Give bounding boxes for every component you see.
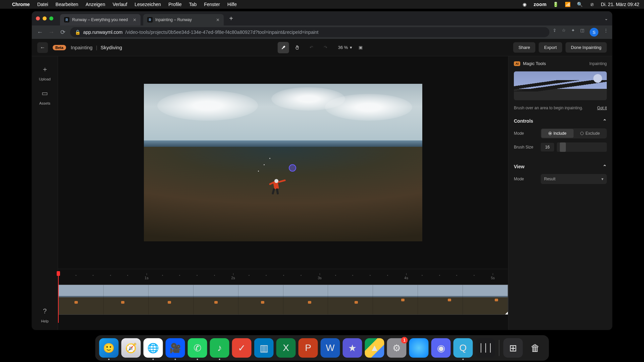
nav-forward-button[interactable]: → [47,29,55,36]
app-back-button[interactable]: ← [37,42,48,53]
tab-close-icon[interactable]: ✕ [216,17,220,22]
done-inpainting-button[interactable]: Done Inpainting [566,42,607,53]
view-mode-select[interactable]: Result ▾ [541,174,607,184]
sidebar-upload[interactable]: ＋ Upload [39,63,51,81]
undo-button[interactable]: ↶ [306,42,317,53]
timeline-thumb[interactable] [463,285,508,314]
nav-back-button[interactable]: ← [36,29,44,36]
video-frame[interactable] [144,84,422,241]
extensions-icon[interactable]: ✦ [571,28,575,37]
menubar-clock[interactable]: Di. 21. März 09:42 [601,2,639,7]
share-button[interactable]: Share [513,42,536,53]
dock-app-voice-memos[interactable]: ⏐⏐⏐ [476,338,495,358]
nav-reload-button[interactable]: ⟳ [59,28,67,36]
canvas-viewport[interactable] [58,56,508,269]
dock-app-app-blue[interactable] [409,338,429,358]
compare-view-button[interactable]: ▣ [355,42,366,53]
timeline-thumb[interactable] [283,285,328,314]
dock-app-word[interactable]: W [321,338,340,358]
dock-app-settings[interactable]: ⚙1 [387,338,407,358]
dock-app-calculator[interactable]: ⊞ [503,338,523,358]
wifi-icon[interactable]: 📶 [565,1,571,7]
window-close-button[interactable] [36,16,40,20]
menu-lesezeichen[interactable]: Lesezeichen [135,2,161,7]
new-tab-button[interactable]: + [226,15,236,22]
dock-app-trello[interactable]: ▥ [254,338,274,358]
dock-app-excel[interactable]: X [276,338,296,358]
menu-tab[interactable]: Tab [189,2,197,7]
dock-app-whatsapp[interactable]: ✆ [188,338,207,358]
window-minimize-button[interactable] [43,16,47,20]
slider-thumb[interactable] [560,142,566,152]
share-page-icon[interactable]: ⇪ [553,28,556,37]
active-app-name[interactable]: Chrome [12,2,30,7]
dock-app-discord[interactable]: ◉ [431,338,451,358]
address-bar[interactable]: 🔒 app.runwayml.com/video-tools/projects/… [70,27,549,37]
got-it-link[interactable]: Got it [597,106,607,110]
timeline-thumb[interactable] [328,285,373,314]
export-button[interactable]: Export [539,42,562,53]
menu-bearbeiten[interactable]: Bearbeiten [56,2,78,7]
clip-thumbstrip[interactable] [58,285,508,315]
dock-app-drive[interactable]: ▲ [365,338,384,358]
view-mode-label: Mode [514,177,541,181]
dock-app-finder[interactable]: 🙂 [99,338,119,358]
menu-fenster[interactable]: Fenster [204,2,220,7]
timeline-ruler[interactable]: 1s2s3s4s5s [58,276,508,283]
chrome-menu-icon[interactable]: ⋮ [604,28,608,37]
timeline-thumb[interactable] [418,285,463,314]
profile-avatar[interactable]: S [590,28,598,37]
sidebar-assets[interactable]: ▭ Assets [39,87,51,105]
dock-app-powerpoint[interactable]: P [299,338,318,358]
battery-icon[interactable]: 🔋 [553,1,559,7]
timeline-thumb[interactable] [59,285,104,314]
menu-verlauf[interactable]: Verlauf [113,2,127,7]
playhead[interactable] [58,273,59,323]
menu-hilfe[interactable]: Hilfe [227,2,237,7]
chevron-down-icon: ▾ [601,177,603,181]
timeline-thumb[interactable] [104,285,149,314]
right-panel: AI Magic Tools Inpainting Brush over an … [508,56,612,330]
view-header[interactable]: View ⌃ [514,164,607,169]
sidepanel-icon[interactable]: ◫ [580,28,584,37]
dock-app-trash[interactable]: 🗑 [526,338,545,358]
bookmark-icon[interactable]: ☆ [562,28,566,37]
mode-include-option[interactable]: Include [541,129,574,138]
magic-tools-header[interactable]: AI Magic Tools [514,61,546,66]
brush-tool-button[interactable] [278,42,289,53]
brush-size-input[interactable] [541,143,554,152]
hand-tool-button[interactable] [292,42,303,53]
dock-app-safari[interactable]: 🧭 [121,338,141,358]
timeline-thumb[interactable] [194,285,238,314]
controls-header[interactable]: Controls ⌃ [514,118,607,124]
running-indicator [463,359,464,360]
zoom-menubar-label[interactable]: zoom [534,2,547,7]
browser-tab-1[interactable]: R Runway – Everything you need ✕ [60,14,141,25]
mode-exclude-option[interactable]: Exclude [574,129,606,138]
timeline-thumb[interactable] [238,285,283,314]
record-icon[interactable]: ◉ [522,1,528,7]
dock-app-chrome[interactable]: 🌐 [144,338,163,358]
left-sidebar: ＋ Upload ▭ Assets ? Help [32,56,58,330]
zoom-level-dropdown[interactable]: 36 % ▾ [338,45,353,50]
sidebar-help[interactable]: ? Help [39,305,51,323]
spotlight-icon[interactable]: 🔍 [577,1,583,7]
skydiver-subject [266,178,290,195]
dock-app-quicktime[interactable]: Q [453,338,473,358]
menu-profile[interactable]: Profile [168,2,182,7]
dock-app-imovie[interactable]: ★ [343,338,362,358]
timeline-thumb[interactable] [149,285,194,314]
dock-app-spotify[interactable]: ♪ [210,338,229,358]
brush-size-slider[interactable] [557,142,607,152]
browser-tab-2[interactable]: R Inpainting – Runway ✕ [143,14,224,25]
window-fullscreen-button[interactable] [49,16,53,20]
control-center-icon[interactable]: ⎚ [589,1,595,7]
menu-anzeigen[interactable]: Anzeigen [86,2,105,7]
tab-close-icon[interactable]: ✕ [133,17,137,22]
redo-button[interactable]: ↷ [320,42,331,53]
menu-datei[interactable]: Datei [37,2,48,7]
timeline-thumb[interactable] [373,285,418,314]
dock-app-zoom[interactable]: 🎥 [166,338,185,358]
dock-app-todoist[interactable]: ✓ [232,338,252,358]
tab-overflow-icon[interactable]: ⌄ [604,16,608,21]
